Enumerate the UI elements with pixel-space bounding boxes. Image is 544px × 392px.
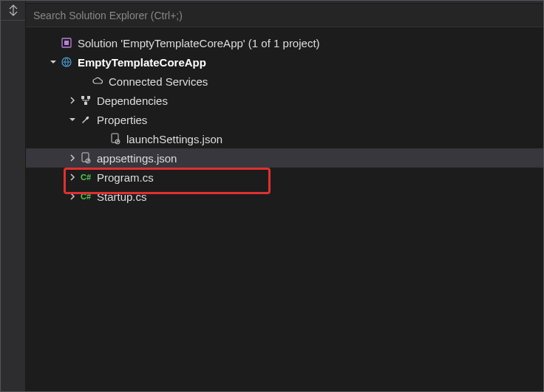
- solution-explorer-panel: Search Solution Explorer (Ctrl+;) Soluti…: [26, 4, 543, 391]
- dependencies-node[interactable]: Dependencies: [26, 91, 543, 110]
- json-file-icon: [109, 132, 122, 145]
- expander-collapsed-icon[interactable]: [67, 191, 78, 202]
- splitter-icon[interactable]: [6, 4, 21, 17]
- project-icon: [60, 55, 73, 69]
- program-label: Program.cs: [97, 171, 154, 184]
- wrench-icon: [79, 113, 92, 126]
- program-node[interactable]: C# Program.cs: [26, 168, 543, 187]
- json-file-icon: [79, 151, 92, 165]
- csharp-file-icon: C#: [79, 171, 92, 184]
- svg-rect-1: [64, 41, 69, 45]
- launchsettings-node[interactable]: launchSettings.json: [26, 129, 543, 148]
- tree: Solution 'EmptyTemplateCoreApp' (1 of 1 …: [26, 27, 543, 391]
- gutter-divider: [1, 20, 25, 21]
- cloud-icon: [91, 75, 104, 88]
- solution-node[interactable]: Solution 'EmptyTemplateCoreApp' (1 of 1 …: [26, 33, 543, 52]
- svg-rect-3: [81, 96, 84, 99]
- launchsettings-label: launchSettings.json: [126, 133, 222, 145]
- expander-collapsed-icon[interactable]: [67, 95, 78, 106]
- dependencies-icon: [79, 94, 92, 107]
- left-gutter: [1, 1, 26, 391]
- solution-label: Solution 'EmptyTemplateCoreApp' (1 of 1 …: [78, 37, 320, 49]
- expander-expanded-icon[interactable]: [67, 114, 78, 125]
- connected-services-label: Connected Services: [109, 75, 208, 88]
- dependencies-label: Dependencies: [97, 94, 168, 107]
- search-input[interactable]: Search Solution Explorer (Ctrl+;): [26, 4, 543, 27]
- expander-expanded-icon[interactable]: [48, 57, 58, 67]
- properties-node[interactable]: Properties: [26, 110, 543, 129]
- startup-label: Startup.cs: [97, 190, 147, 203]
- appsettings-label: appsettings.json: [97, 152, 177, 165]
- appsettings-node[interactable]: appsettings.json: [26, 148, 543, 168]
- properties-label: Properties: [97, 114, 147, 126]
- expander-collapsed-icon[interactable]: [67, 172, 78, 182]
- project-label: EmptyTemplateCoreApp: [78, 56, 206, 69]
- csharp-file-icon: C#: [79, 190, 92, 203]
- svg-rect-4: [87, 96, 90, 99]
- solution-icon: [60, 36, 73, 49]
- svg-rect-5: [84, 102, 87, 105]
- startup-node[interactable]: C# Startup.cs: [26, 187, 543, 206]
- project-node[interactable]: EmptyTemplateCoreApp: [26, 52, 543, 72]
- expander-collapsed-icon[interactable]: [67, 153, 78, 163]
- connected-services-node[interactable]: Connected Services: [26, 72, 543, 91]
